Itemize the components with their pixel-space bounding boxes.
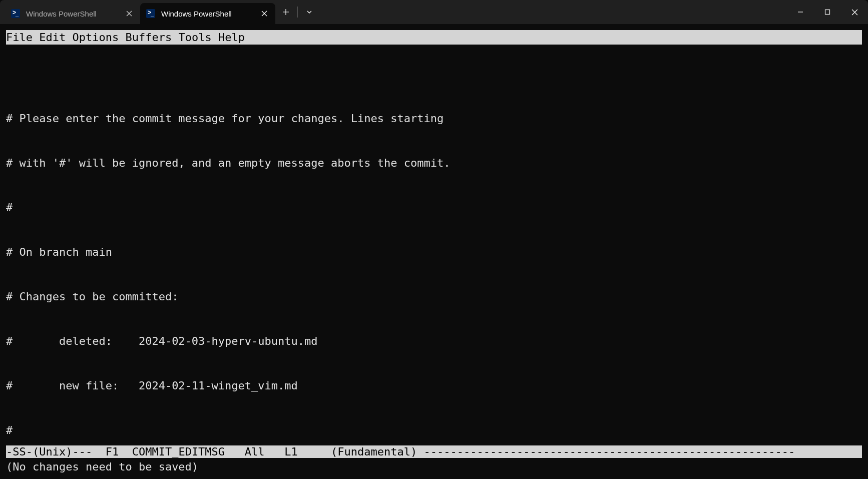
close-window-button[interactable]: [841, 0, 868, 24]
window-controls: [787, 0, 868, 24]
buffer-line: #: [6, 200, 862, 215]
svg-rect-0: [825, 10, 830, 15]
modeline-dashes: ----------------------------------------…: [423, 445, 795, 458]
buffer-line: # with '#' will be ignored, and an empty…: [6, 156, 862, 171]
emacs-echo-area: (No changes need to be saved): [6, 460, 862, 473]
divider: [297, 7, 298, 18]
menu-edit[interactable]: Edit: [39, 31, 66, 44]
terminal-viewport[interactable]: File Edit Options Buffers Tools Help # P…: [0, 24, 868, 479]
emacs-modeline[interactable]: -SS-(Unix)--- F1 COMMIT_EDITMSG All L1 (…: [6, 445, 862, 458]
powershell-icon: [11, 9, 20, 18]
maximize-button[interactable]: [814, 0, 841, 24]
editor-buffer[interactable]: # Please enter the commit message for yo…: [6, 45, 862, 467]
titlebar-drag-area[interactable]: [320, 0, 787, 24]
terminal-tab-1[interactable]: Windows PowerShell: [5, 3, 140, 24]
close-icon[interactable]: [259, 9, 269, 19]
emacs-menubar[interactable]: File Edit Options Buffers Tools Help: [6, 30, 862, 45]
modeline-mode: (Fundamental): [331, 445, 423, 458]
powershell-icon: [146, 9, 155, 18]
tab-dropdown-button[interactable]: [299, 0, 320, 24]
minimize-button[interactable]: [787, 0, 814, 24]
buffer-line: # Please enter the commit message for yo…: [6, 111, 862, 126]
menu-options[interactable]: Options: [72, 31, 119, 44]
menu-buffers[interactable]: Buffers: [125, 31, 172, 44]
buffer-line: #: [6, 423, 862, 438]
buffer-line: # Changes to be committed:: [6, 289, 862, 304]
tab-title: Windows PowerShell: [161, 10, 253, 18]
new-tab-button[interactable]: [275, 0, 296, 24]
tab-strip: Windows PowerShell Windows PowerShell: [0, 0, 320, 24]
buffer-line: # deleted: 2024-02-03-hyperv-ubuntu.md: [6, 334, 862, 349]
window-titlebar: Windows PowerShell Windows PowerShell: [0, 0, 868, 24]
menu-tools[interactable]: Tools: [178, 31, 211, 44]
modeline-buffer-name: COMMIT_EDITMSG: [132, 445, 225, 458]
modeline-position: All L1: [225, 445, 331, 458]
terminal-tab-2[interactable]: Windows PowerShell: [140, 3, 275, 24]
tab-title: Windows PowerShell: [26, 10, 118, 18]
menu-file[interactable]: File: [6, 31, 33, 44]
emacs-frame: File Edit Options Buffers Tools Help # P…: [6, 30, 862, 473]
modeline-coding: -SS-(Unix)--- F1: [6, 445, 132, 458]
buffer-line: # On branch main: [6, 245, 862, 260]
menu-help[interactable]: Help: [218, 31, 245, 44]
buffer-line: # new file: 2024-02-11-winget_vim.md: [6, 378, 862, 393]
close-icon[interactable]: [124, 9, 134, 19]
